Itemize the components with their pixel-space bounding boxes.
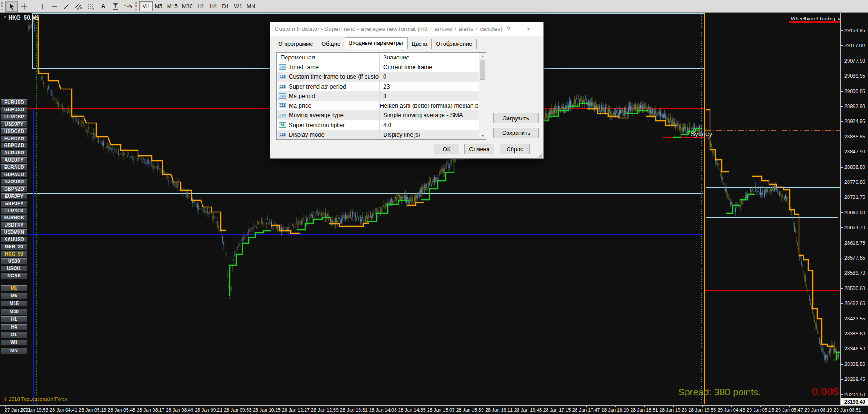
- load-button[interactable]: Загрузить: [493, 113, 539, 123]
- symbol-button-nzdusd[interactable]: NZDUSD: [1, 179, 27, 185]
- arrows-tool-icon[interactable]: ▾: [122, 1, 134, 12]
- timeframe-button-d1[interactable]: D1: [1, 332, 27, 338]
- param-value[interactable]: 0: [379, 73, 386, 80]
- time-axis[interactable]: 27 Jan 202127 Jan 19:5328 Jan 04:4128 Ja…: [0, 405, 868, 414]
- fibonacci-tool-icon[interactable]: F: [85, 1, 97, 12]
- timeframe-button-mn[interactable]: MN: [1, 348, 27, 354]
- copyright-label: © 2018 TopLessons.In/Forex: [4, 396, 68, 402]
- save-button[interactable]: Сохранить: [493, 128, 539, 138]
- symbol-button-hkg_50[interactable]: HKG_50: [1, 251, 27, 257]
- param-row[interactable]: 123Custom time frame to use (if custo...…: [277, 72, 479, 81]
- equidistant-channel-tool-icon[interactable]: E: [73, 1, 85, 12]
- fraction-param-icon: ½: [279, 122, 286, 128]
- price-axis[interactable]: 28193.49 29154.9529117.0029077.9029039.9…: [840, 13, 868, 405]
- symbol-button-eurnok[interactable]: EURNOK: [1, 215, 27, 221]
- ok-button[interactable]: OK: [434, 144, 459, 154]
- symbol-button-gbpnzd[interactable]: GBPNZD: [1, 186, 27, 192]
- cancel-button[interactable]: Отмена: [464, 144, 494, 154]
- toolbar-timeframe-d1[interactable]: D1: [219, 1, 232, 11]
- symbol-button-ger_30[interactable]: GER_30: [1, 244, 27, 250]
- param-value[interactable]: Current time frame: [379, 64, 432, 70]
- help-button[interactable]: ?: [502, 22, 515, 36]
- symbol-button-usdcad[interactable]: USDCAD: [1, 128, 27, 135]
- param-name: TimeFrame: [289, 64, 379, 70]
- symbol-button-eurusd[interactable]: EURUSD: [1, 99, 27, 106]
- symbol-button-ngas[interactable]: NGAS: [1, 273, 27, 279]
- toolbar-timeframe-m5[interactable]: M5: [153, 1, 165, 11]
- symbol-button-eursek[interactable]: EURSEK: [1, 208, 27, 214]
- symbol-button-us30[interactable]: US30: [1, 258, 27, 265]
- toolbar-timeframe-h4[interactable]: H4: [207, 1, 219, 11]
- tab-отображение[interactable]: Отображение: [431, 39, 476, 49]
- param-value[interactable]: 4.0: [379, 122, 391, 128]
- param-value[interactable]: Heiken ashi (better formula) median b...: [375, 102, 479, 109]
- param-row[interactable]: 123Moving average typeSimple moving aver…: [277, 110, 479, 120]
- chart-symbol-label[interactable]: ▼HKG_50,M1: [3, 15, 39, 21]
- timeframe-button-m30[interactable]: M30: [1, 309, 27, 315]
- close-icon[interactable]: ×: [521, 22, 536, 36]
- text-label-tool-icon[interactable]: T: [109, 1, 122, 12]
- timeframe-button-h4[interactable]: H4: [1, 324, 27, 330]
- dialog-titlebar[interactable]: Custom Indicator - SuperTrend - averages…: [270, 22, 543, 36]
- symbol-button-usdjpy[interactable]: USDJPY: [1, 121, 27, 128]
- table-body: 123TimeFrameCurrent time frame123Custom …: [277, 62, 479, 139]
- param-value[interactable]: 3: [379, 93, 386, 99]
- symbol-button-eurgbp[interactable]: EURGBP: [1, 114, 27, 120]
- param-row[interactable]: 123Ma period3: [277, 91, 479, 101]
- timeframe-button-m1[interactable]: M1: [1, 285, 27, 291]
- symbol-button-xauusd[interactable]: XAUUSD: [1, 237, 27, 243]
- param-value[interactable]: Simple moving average - SMA: [379, 112, 463, 118]
- symbol-button-gbpjpy[interactable]: GBPJPY: [1, 201, 27, 207]
- price-label: 28731.75: [844, 194, 865, 200]
- numeric-param-icon: 123: [279, 113, 286, 118]
- param-row[interactable]: 123Display modeDisplay line(s): [277, 130, 479, 139]
- param-value[interactable]: Display line(s): [379, 131, 420, 138]
- scroll-down-icon[interactable]: ▼: [479, 133, 486, 139]
- timeframe-button-w1[interactable]: W1: [1, 340, 27, 346]
- symbol-button-usdmxn[interactable]: USDMXN: [1, 229, 27, 236]
- param-value[interactable]: 23: [379, 83, 390, 90]
- tab-общие[interactable]: Общие: [317, 39, 345, 49]
- table-scrollbar[interactable]: ▲ ▼: [479, 53, 486, 139]
- tab-входные-параметры[interactable]: Входные параметры: [345, 37, 408, 49]
- horizontal-line-tool-icon[interactable]: [48, 1, 60, 12]
- toolbar-timeframe-w1[interactable]: W1: [232, 1, 244, 11]
- symbol-button-eurcad[interactable]: EURCAD: [1, 136, 27, 142]
- param-row[interactable]: 123Ma priceHeiken ashi (better formula) …: [277, 101, 479, 110]
- param-row[interactable]: 123TimeFrameCurrent time frame: [277, 62, 479, 72]
- toolbar-timeframe-mn[interactable]: MN: [244, 1, 257, 11]
- timeframe-button-m15[interactable]: M15: [1, 301, 27, 307]
- resize-grip[interactable]: ◢: [538, 152, 542, 158]
- symbol-button-gbpaud[interactable]: GBPAUD: [1, 172, 27, 178]
- cursor-tool-icon[interactable]: [5, 1, 18, 12]
- price-label: 28269.45: [844, 376, 865, 382]
- price-tick: [841, 319, 843, 319]
- toolbar-timeframe-m1[interactable]: M1: [139, 1, 153, 11]
- vertical-line-tool-icon[interactable]: [36, 1, 48, 12]
- symbol-button-usdtry[interactable]: USDTRY: [1, 222, 27, 228]
- symbol-button-gbpcad[interactable]: GBPCAD: [1, 143, 27, 149]
- trendline-tool-icon[interactable]: [60, 1, 73, 12]
- symbol-button-audusd[interactable]: AUDUSD: [1, 150, 27, 156]
- price-tick: [841, 273, 843, 273]
- timeframe-button-m5[interactable]: M5: [1, 293, 27, 299]
- symbol-button-gbpusd[interactable]: GBPUSD: [1, 107, 27, 113]
- tab-цвета[interactable]: Цвета: [407, 39, 432, 49]
- symbol-button-usoil[interactable]: USOIL: [1, 266, 27, 272]
- param-row[interactable]: ½Super trend multiplier4.0: [277, 120, 479, 130]
- toolbar-timeframe-m30[interactable]: M30: [180, 1, 195, 11]
- toolbar-timeframe-m15[interactable]: M15: [165, 1, 180, 11]
- symbol-button-audjpy[interactable]: AUDJPY: [1, 157, 27, 163]
- text-tool-icon[interactable]: A: [97, 1, 109, 12]
- crosshair-tool-icon[interactable]: [18, 1, 30, 12]
- timeframe-button-h1[interactable]: H1: [1, 316, 27, 323]
- symbol-button-euraud[interactable]: EURAUD: [1, 164, 27, 171]
- tab-о-программе[interactable]: О программе: [274, 39, 317, 49]
- symbol-button-eurjpy[interactable]: EURJPY: [1, 193, 27, 200]
- scrollbar-thumb[interactable]: [480, 60, 485, 80]
- toolbar-timeframe-h1[interactable]: H1: [195, 1, 207, 11]
- header-value: Значение: [379, 54, 409, 61]
- scroll-up-icon[interactable]: ▲: [479, 53, 486, 59]
- reset-button[interactable]: Сброс: [500, 144, 530, 154]
- param-row[interactable]: 123Super trend atr period23: [277, 82, 479, 91]
